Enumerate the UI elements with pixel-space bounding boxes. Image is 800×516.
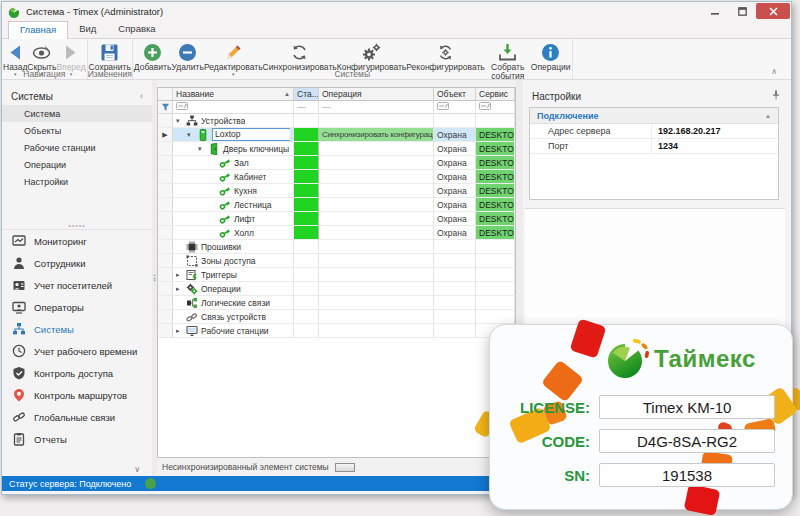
tree-node: Кухня: [176, 185, 257, 197]
cell-operation: [319, 170, 434, 184]
cell-name[interactable]: Зоны доступа: [173, 254, 294, 268]
cell-name[interactable]: Зал: [173, 156, 294, 170]
Реконфигурировать-button[interactable]: Реконфигурировать: [406, 40, 484, 72]
property-category[interactable]: Подключение ▲: [530, 108, 778, 124]
cell-name[interactable]: Холл: [173, 226, 294, 240]
expander-expanded-icon[interactable]: ▾: [176, 117, 183, 125]
table-row[interactable]: Логические связи: [158, 296, 515, 310]
sidebar-item[interactable]: Операции: [2, 156, 152, 173]
nav-overflow-chevron-icon[interactable]: ∨: [134, 465, 140, 474]
column-header[interactable]: Ста...: [294, 88, 319, 101]
property-value[interactable]: 1234: [652, 139, 778, 153]
tab-Главная[interactable]: Главная: [8, 21, 68, 39]
column-header[interactable]: Объект: [434, 88, 476, 101]
sidebar-item[interactable]: Объекты: [2, 122, 152, 139]
cell-name[interactable]: ▸Рабочие станции: [173, 324, 294, 338]
cell-name[interactable]: Лифт: [173, 212, 294, 226]
sidebar-item[interactable]: Система: [2, 105, 152, 122]
cell-name[interactable]: Логические связи: [173, 296, 294, 310]
expander-collapsed-icon[interactable]: ▸: [176, 271, 183, 279]
ribbon-collapse-icon[interactable]: ∧: [771, 67, 777, 76]
sidebar-item[interactable]: Настройки: [2, 173, 152, 190]
Конфигурировать-button[interactable]: Конфигурировать: [337, 40, 407, 72]
sidebar-splitter[interactable]: •••••: [2, 222, 152, 230]
minimize-button[interactable]: [702, 3, 728, 19]
Удалить-button[interactable]: Удалить: [171, 40, 203, 72]
table-row[interactable]: ▸Операции: [158, 282, 515, 296]
expander-collapsed-icon[interactable]: ▸: [176, 285, 183, 293]
cell-name[interactable]: Кухня: [173, 184, 294, 198]
cell-name[interactable]: Кабинет: [173, 170, 294, 184]
nav-item[interactable]: Сотрудники: [2, 252, 152, 274]
forward-icon: [60, 42, 81, 63]
cell-name[interactable]: Прошивки: [173, 240, 294, 254]
property-row[interactable]: Порт1234: [530, 139, 778, 154]
filter-cell[interactable]: —: [319, 101, 434, 114]
column-header[interactable]: Сервис: [476, 88, 515, 101]
cell-name[interactable]: ▾Устройства: [173, 114, 294, 128]
sidebar-item[interactable]: Рабочие станции: [2, 139, 152, 156]
table-row[interactable]: ЛифтОхранаDESKTOP-...: [158, 212, 515, 226]
nav-item[interactable]: Учет посетителей: [2, 274, 152, 296]
nav-item[interactable]: Мониторинг: [2, 230, 152, 252]
Добавить-button[interactable]: Добавить: [134, 40, 172, 72]
table-row[interactable]: ЗалОхранаDESKTOP-...: [158, 156, 515, 170]
property-value[interactable]: 192.168.20.217: [652, 124, 778, 138]
table-row[interactable]: Прошивки: [158, 240, 515, 254]
tab-Справка[interactable]: Справка: [107, 21, 166, 39]
tree-node: ▾Loxtop: [176, 128, 290, 141]
table-row[interactable]: ▶▾LoxtopСинхронизировать конфигурациюОхр…: [158, 128, 515, 142]
collapse-left-icon[interactable]: ‹: [140, 91, 143, 101]
cell-name[interactable]: Лестница: [173, 198, 294, 212]
maximize-button[interactable]: [729, 3, 755, 19]
column-header[interactable]: Операция: [319, 88, 434, 101]
cell-operation: [319, 324, 434, 338]
table-row[interactable]: ЛестницаОхранаDESKTOP-...: [158, 198, 515, 212]
nav-item[interactable]: Системы: [2, 318, 152, 340]
filter-edit-icon: [176, 102, 188, 112]
pin-icon[interactable]: [772, 90, 780, 102]
table-row[interactable]: КухняОхранаDESKTOP-...: [158, 184, 515, 198]
category-collapse-icon[interactable]: ▲: [765, 113, 771, 119]
table-row[interactable]: ХоллОхранаDESKTOP-...: [158, 226, 515, 240]
license-field-row: CODE:D4G-8SA-RG2: [490, 429, 792, 453]
Операции-button[interactable]: Операции: [531, 40, 571, 72]
expander-collapsed-icon[interactable]: ▸: [176, 327, 183, 335]
close-button[interactable]: [756, 3, 790, 19]
nav-item[interactable]: Отчеты: [2, 428, 152, 450]
table-row[interactable]: ▾Дверь ключницыОхранаDESKTOP-...: [158, 142, 515, 156]
Синхронизировать-button[interactable]: Синхронизировать: [263, 40, 337, 72]
cell-name[interactable]: ▾Loxtop: [173, 128, 294, 142]
filter-cell[interactable]: [476, 101, 515, 114]
column-header[interactable]: Название▲: [173, 88, 294, 101]
expander-expanded-icon[interactable]: ▾: [187, 131, 194, 139]
nav-item[interactable]: Глобальные связи: [2, 406, 152, 428]
nav-item[interactable]: Операторы: [2, 296, 152, 318]
table-row[interactable]: ▸Рабочие станции: [158, 324, 515, 338]
table-row[interactable]: Связь устройств: [158, 310, 515, 324]
confetti-piece: [570, 318, 607, 358]
cell-name[interactable]: Связь устройств: [173, 310, 294, 324]
nav-item[interactable]: Учет рабочего времени: [2, 340, 152, 362]
filter-cell[interactable]: —: [294, 101, 319, 114]
titlebar[interactable]: Система - Timex (Administrator): [2, 2, 791, 21]
key-icon: [219, 227, 231, 239]
tree-node: Холл: [176, 227, 254, 239]
expander-expanded-icon[interactable]: ▾: [198, 145, 205, 153]
table-row[interactable]: КабинетОхранаDESKTOP-...: [158, 170, 515, 184]
nav-item[interactable]: Контроль доступа: [2, 362, 152, 384]
system-tree-grid: Название▲Ста...ОперацияОбъектСервис——▾Ус…: [157, 87, 516, 458]
Сохранить-button[interactable]: Сохранить: [89, 40, 131, 72]
cell-name[interactable]: ▾Дверь ключницы: [173, 142, 294, 156]
table-row[interactable]: ▸Триггеры: [158, 268, 515, 282]
filter-cell[interactable]: [173, 101, 294, 114]
cell-name[interactable]: ▸Операции: [173, 282, 294, 296]
filter-cell[interactable]: [434, 101, 476, 114]
cell-name[interactable]: ▸Триггеры: [173, 268, 294, 282]
property-row[interactable]: Адрес сервера192.168.20.217: [530, 124, 778, 139]
nav-item[interactable]: Контроль маршрутов: [2, 384, 152, 406]
row-indicator-cell: [158, 282, 173, 296]
tab-Вид[interactable]: Вид: [68, 21, 107, 39]
table-row[interactable]: Зоны доступа: [158, 254, 515, 268]
table-row[interactable]: ▾Устройства: [158, 114, 515, 128]
